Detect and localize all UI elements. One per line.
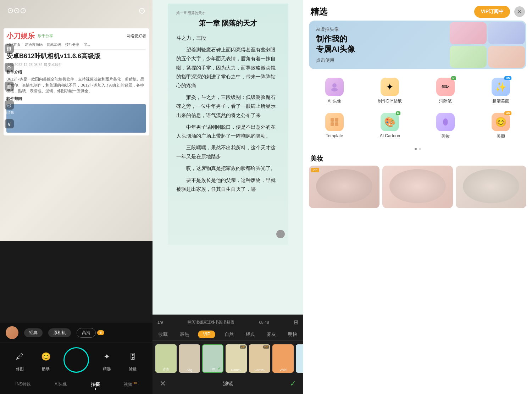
side-collage[interactable]: ▦ 拼图 [3, 80, 15, 98]
reader-para-6: 要不是族长是他的父亲，这种废物，早就被驱赶出家族，任其自生自灭了，哪 [176, 176, 280, 194]
reader-action-label: 滤镜 [223, 381, 233, 387]
thumb-3[interactable]: VIP Cam#2 [226, 344, 247, 373]
cartoon-label: AI Cartoon [380, 133, 400, 138]
filter-control[interactable]: 🎛 滤镜 [124, 349, 141, 372]
thumb-1[interactable]: Abg [179, 344, 200, 373]
beauty-face-card-2[interactable] [382, 166, 453, 208]
side-emoji[interactable]: ◎ 表情包 [3, 99, 15, 116]
face-beauty-label: 美颜 [497, 133, 505, 139]
thumb-5[interactable]: Vivid [272, 344, 294, 373]
template-label: Template [326, 133, 343, 138]
chapter-label-small: 第一章 陨落的天才 [176, 11, 280, 16]
feature-hd-beauty[interactable]: ✨ HD 超清美颜 [473, 73, 528, 109]
feature-ai-avatar[interactable]: AI 头像 [307, 73, 362, 109]
filter-tab-grey[interactable]: 雾灰 [264, 331, 279, 338]
ai-banner[interactable]: AI虚拟头像 制作我的专属AI头像 点击使用 [309, 21, 526, 69]
feature-erase[interactable]: ✏ N 消除笔 [418, 73, 473, 109]
filter-tab-saved[interactable]: 收藏 [156, 331, 171, 338]
chapter-title: 第一章 陨落的天才 [176, 18, 280, 28]
reader-para-0: 斗之力，三段 [176, 34, 280, 43]
reader-close-button[interactable]: ✕ [160, 379, 166, 388]
thumb-0[interactable]: 古古 [155, 344, 177, 373]
beauty-preview-row: VIP [303, 166, 532, 208]
mode-original[interactable]: 原相机 [48, 328, 71, 337]
beauty-face-card-1[interactable]: VIP [309, 166, 379, 208]
dot-1 [415, 148, 417, 150]
mode-hd[interactable]: 高清 [77, 328, 96, 338]
nav-ins[interactable]: INS特效 [12, 380, 34, 389]
svg-rect-5 [335, 122, 338, 126]
camera-flip-icon[interactable]: ⊙ [138, 6, 145, 16]
site-name: 网络爱好者 [56, 33, 146, 39]
filter-tab-bright[interactable]: 明快 [285, 331, 300, 338]
site-logo: 小刀娱乐 [6, 31, 35, 41]
reader-para-1: 望着测验魔石碑上面闪亮得甚至有些刺眼的五个大字，少年面无表情，唇角有着一抹自嘲，… [176, 45, 280, 90]
new-badge: N [451, 76, 456, 80]
thumb-2[interactable]: HD ✓ [202, 344, 223, 373]
filter-tab-natural[interactable]: 自然 [222, 331, 237, 338]
nav-shoot[interactable]: 拍摄 [88, 380, 103, 389]
selected-check: ✓ [217, 365, 222, 371]
camera-controls: 🖊 修图 😊 贴纸 ✦ 精选 🎛 滤镜 [0, 343, 153, 377]
more-icon[interactable]: ⊙⊙⊙ [7, 6, 26, 15]
filter-tab-vip[interactable]: VIP [198, 331, 215, 338]
page-indicator [303, 145, 532, 153]
shutter-button[interactable] [63, 347, 89, 373]
web-overlay: 小刀娱乐 乐千分享 网络爱好者 网站首页 易语言源码 网站源码 技巧分享 宅..… [4, 28, 149, 135]
feature-diy-sticker[interactable]: ✦ 制作DIY贴纸 [362, 73, 417, 109]
reader-info-bar: 1/9 咪阅读搬家迁移书架书籍借 08:48 ⊞ [153, 317, 303, 328]
reader-time: 08:48 [259, 320, 269, 324]
ai-portrait-2 [488, 22, 525, 44]
ai-avatar-icon [325, 78, 344, 96]
side-ratio[interactable]: 🖼 比例 [3, 43, 15, 60]
thumb-vip-4: VIP [263, 345, 269, 349]
sticker-control[interactable]: 😊 贴纸 [38, 349, 54, 372]
erase-label: 消除笔 [439, 98, 452, 104]
reader-action-bar: ✕ 滤镜 ✓ [153, 376, 303, 391]
article-desc: B612咔叭是一款国内美颜全能相机软件，支持视频滤镜和图片美化，剪贴纸、品质水印… [6, 76, 146, 94]
shutter-control[interactable] [63, 347, 89, 373]
template-icon [325, 113, 344, 131]
beauty-face-card-3[interactable] [456, 166, 526, 208]
thumb-4[interactable]: VIP Cam#1 [249, 344, 270, 373]
vip-corner-badge: VIP [311, 168, 319, 172]
feature-cartoon[interactable]: 🎨 N AI Cartoon [362, 109, 417, 144]
expand-icon[interactable]: ⊞ [294, 319, 298, 326]
featured-control[interactable]: ✦ 精选 [99, 349, 115, 372]
reader-para-4: 三段嘿嘿，果然不出我所料，这个天才这一年又是在原地踏步 [176, 143, 280, 161]
camera-preview: ⊙⊙⊙ ⊙ 🖼 比例 ⊙ 美颜 ▦ 拼图 ◎ 表情包 [0, 0, 153, 241]
feature-face-beauty[interactable]: 😊 HD 美颜 [473, 109, 528, 144]
reader-confirm-button[interactable]: ✓ [290, 379, 296, 388]
close-button[interactable]: ✕ [514, 6, 525, 17]
camera-top-bar: ⊙⊙⊙ ⊙ [0, 0, 153, 21]
filter-tab-classic[interactable]: 经典 [243, 331, 258, 338]
makeup-label: 美妆 [441, 133, 450, 139]
ai-portrait-3 [450, 46, 487, 68]
reader-page: 第一章 陨落的天才 第一章 陨落的天才 斗之力，三段 望着测验魔石碑上面闪亮得甚… [168, 4, 288, 245]
edit-control[interactable]: 🖊 修图 [12, 349, 28, 372]
thumb-6[interactable]: Day [296, 344, 303, 373]
mode-classic[interactable]: 经典 [24, 328, 43, 337]
reader-panel: 第一章 陨落的天才 第一章 陨落的天才 斗之力，三段 望着测验魔石碑上面闪亮得甚… [153, 0, 303, 394]
screenshot-thumbnail [6, 104, 146, 133]
article-section: 软件介绍 [6, 70, 146, 75]
hd-beauty-label: 超清美颜 [492, 98, 509, 104]
hd-badge: HD [504, 76, 511, 80]
svg-rect-4 [331, 122, 334, 126]
side-beauty[interactable]: ⊙ 美颜 [3, 61, 15, 79]
side-more[interactable]: ∨ [3, 118, 15, 130]
crown-badge: ♛ [97, 330, 104, 335]
user-avatar[interactable] [6, 326, 18, 339]
mode-hd-container[interactable]: 高清 ♛ [77, 328, 104, 338]
filter-tab-hot[interactable]: 最热 [177, 331, 192, 338]
reader-thumbnails: 古古 Abg HD ✓ VIP Cam#2 VIP Cam#1 Vivid Da… [153, 341, 303, 376]
beauty-top-bar: 精选 VIP订阅中 ✕ [303, 0, 532, 21]
nav-video[interactable]: 视频HD [121, 380, 140, 389]
svg-rect-6 [443, 118, 448, 126]
reader-scrubber[interactable] [276, 230, 285, 238]
feature-makeup[interactable]: 美妆 [418, 109, 473, 144]
nav-ai[interactable]: AI头像 [52, 380, 70, 389]
vip-subscribe-button[interactable]: VIP订阅中 [474, 6, 510, 18]
feature-template[interactable]: Template [307, 109, 362, 144]
hd-beauty-icon: ✨ HD [492, 78, 510, 96]
